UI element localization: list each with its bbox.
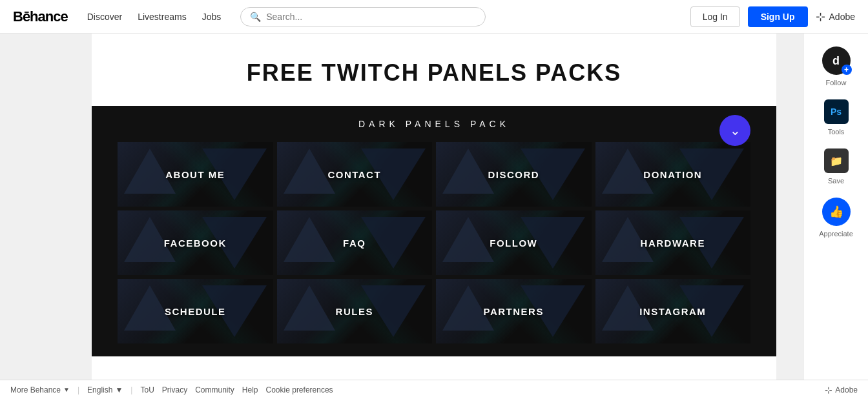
panel-label-contact: CONTACT: [327, 169, 381, 180]
content-wrapper: FREE TWITCH PANELS PACKS ⌄ DARK PANELS P…: [92, 34, 776, 380]
chevron-button[interactable]: ⌄: [719, 115, 750, 146]
project-title: FREE TWITCH PANELS PACKS: [247, 59, 622, 87]
save-icon-box[interactable]: 📁: [824, 148, 849, 173]
footer-tou-link[interactable]: ToU: [140, 385, 154, 394]
navbar: Bēhance Discover Livestreams Jobs 🔍 Log …: [0, 0, 868, 34]
panel-label-hardware: HARDWARE: [641, 238, 705, 249]
panels-grid: ABOUT ME CONTACT DISCORD: [118, 142, 750, 343]
nav-livestreams[interactable]: Livestreams: [138, 12, 186, 22]
panel-contact[interactable]: CONTACT: [277, 142, 433, 207]
footer-adobe-label: Adobe: [835, 385, 858, 394]
panel-about-me[interactable]: ABOUT ME: [118, 142, 273, 207]
panel-hardware[interactable]: HARDWARE: [595, 210, 751, 275]
search-icon: 🔍: [250, 12, 261, 22]
avatar-letter: d: [832, 54, 840, 68]
footer-divider-1: |: [78, 385, 79, 394]
footer-links: ToU Privacy Community Help Cookie prefer…: [140, 385, 333, 394]
panel-label-follow: FOLLOW: [490, 238, 537, 249]
dark-pack-header: DARK PANELS PACK: [118, 119, 750, 129]
nav-jobs[interactable]: Jobs: [202, 12, 222, 22]
adobe-logo-nav: ⊹ Adobe: [816, 10, 855, 24]
ps-tool-icon: Ps: [824, 99, 849, 124]
footer-privacy-link[interactable]: Privacy: [162, 385, 187, 394]
footer: More Behance ▼ | English ▼ | ToU Privacy…: [0, 380, 868, 399]
main-content: FREE TWITCH PANELS PACKS ⌄ DARK PANELS P…: [0, 34, 868, 380]
right-sidebar: d + Follow Ps Tools 📁 Save 👍 Appreciate: [803, 34, 868, 380]
panel-donation[interactable]: DONATION: [595, 142, 751, 207]
panel-faq[interactable]: FAQ: [277, 210, 433, 275]
panel-label-discord: DISCORD: [488, 169, 539, 180]
more-behance-link[interactable]: More Behance: [10, 385, 61, 394]
chevron-down-icon: ⌄: [730, 123, 741, 138]
login-button[interactable]: Log In: [690, 6, 740, 27]
sidebar-follow-section: d + Follow: [822, 46, 851, 87]
panel-label-donation: DONATION: [643, 169, 702, 180]
adobe-footer-icon: ⊹: [825, 385, 832, 395]
tools-label: Tools: [828, 128, 845, 136]
footer-divider-2: |: [130, 385, 132, 394]
panel-instagram[interactable]: INSTAGRAM: [595, 279, 751, 343]
nav-discover[interactable]: Discover: [87, 12, 122, 22]
avatar[interactable]: d +: [822, 46, 851, 75]
language-selector[interactable]: English ▼: [87, 385, 123, 394]
signup-button[interactable]: Sign Up: [748, 6, 808, 27]
panel-label-about-me: ABOUT ME: [165, 169, 225, 180]
appreciate-button[interactable]: 👍: [822, 198, 851, 226]
search-bar: 🔍: [240, 7, 486, 26]
search-input[interactable]: [266, 12, 476, 22]
panel-label-faq: FAQ: [343, 238, 366, 249]
footer-community-link[interactable]: Community: [195, 385, 234, 394]
panel-rules[interactable]: RULES: [277, 279, 433, 343]
follow-label[interactable]: Follow: [826, 79, 847, 87]
footer-cookie-link[interactable]: Cookie preferences: [266, 385, 333, 394]
panel-label-rules: RULES: [336, 306, 373, 317]
language-dropdown-icon: ▼: [115, 385, 123, 394]
panel-follow[interactable]: FOLLOW: [436, 210, 592, 275]
more-behance-dropdown-icon[interactable]: ▼: [63, 386, 70, 393]
panel-label-partners: PARTNERS: [484, 306, 544, 317]
ps-text: Ps: [831, 107, 842, 117]
nav-links: Discover Livestreams Jobs: [87, 12, 222, 22]
dark-panel-area: ⌄ DARK PANELS PACK ABOUT ME CONTACT: [92, 106, 776, 356]
save-label: Save: [828, 177, 844, 185]
panel-label-instagram: INSTAGRAM: [639, 306, 706, 317]
sidebar-save-section: 📁 Save: [824, 148, 849, 185]
adobe-icon: ⊹: [816, 10, 825, 24]
language-label: English: [87, 385, 112, 394]
avatar-plus-icon: +: [842, 65, 852, 75]
footer-help-link[interactable]: Help: [242, 385, 258, 394]
folder-icon: 📁: [830, 155, 843, 167]
thumbs-up-icon: 👍: [829, 205, 843, 219]
behance-logo[interactable]: Bēhance: [13, 8, 68, 25]
panel-label-facebook: FACEBOOK: [164, 238, 227, 249]
sidebar-appreciate-section: 👍 Appreciate: [819, 198, 853, 238]
panel-label-schedule: SCHEDULE: [165, 306, 226, 317]
footer-adobe: ⊹ Adobe: [825, 385, 858, 395]
sidebar-tools-section: Ps Tools: [824, 99, 849, 136]
footer-left: More Behance ▼: [10, 385, 70, 394]
appreciate-label: Appreciate: [819, 230, 853, 238]
navbar-right: Log In Sign Up ﻿⊹ Adobe: [690, 6, 855, 27]
panel-partners[interactable]: PARTNERS: [436, 279, 592, 343]
panel-schedule[interactable]: SCHEDULE: [118, 279, 273, 343]
panel-discord[interactable]: DISCORD: [436, 142, 592, 207]
adobe-label: Adobe: [829, 12, 855, 22]
panel-facebook[interactable]: FACEBOOK: [118, 210, 273, 275]
